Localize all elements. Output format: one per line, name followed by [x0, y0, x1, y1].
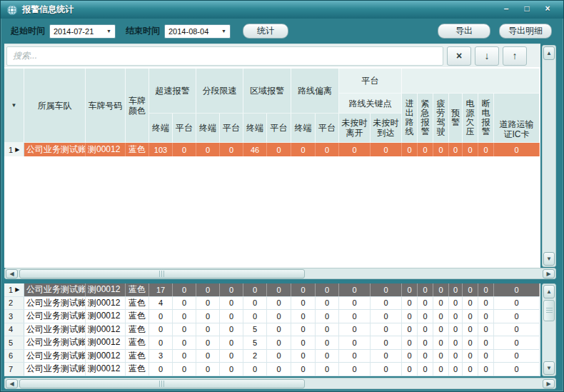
cell-value: 0 — [478, 363, 494, 376]
chevron-down-icon[interactable]: ▼ — [221, 29, 226, 34]
cell-value: 17 — [149, 283, 173, 296]
header-not-leave[interactable]: 未按时离开 — [339, 114, 371, 143]
cell-plate-color: 蓝色 — [126, 283, 149, 296]
scrollbar-thumb[interactable] — [543, 300, 555, 321]
header-platform[interactable]: 平台 — [173, 114, 196, 143]
cell-value: 5 — [243, 336, 267, 349]
cell-value: 0 — [371, 350, 402, 363]
header-platform[interactable]: 平台 — [220, 114, 243, 143]
clear-search-icon[interactable]: × — [447, 46, 471, 66]
cell-value: 0 — [449, 283, 463, 296]
table-row[interactable]: 1▶ 公司业务测试账号 测00012 蓝色 103000460000000000… — [4, 143, 540, 156]
scroll-up-icon[interactable]: ▲ — [543, 46, 555, 60]
scroll-right-icon[interactable]: ▶ — [543, 379, 555, 388]
cell-value: 0 — [291, 350, 316, 363]
header-terminal[interactable]: 终端 — [149, 114, 173, 143]
header-fatigue[interactable]: 疲劳驾驶 — [433, 94, 449, 143]
header-power-cut[interactable]: 断电报警 — [478, 94, 494, 143]
header-plate-color[interactable]: 车牌颜色 — [126, 69, 149, 143]
top-table-vertical-scrollbar[interactable]: ▲ ▼ — [542, 45, 556, 267]
header-ic-card[interactable]: 道路运输证IC卡 — [494, 94, 540, 143]
header-speeding-group[interactable]: 超速报警 — [149, 69, 196, 114]
detail-table-horizontal-scrollbar[interactable]: ◀ ▶ — [4, 378, 556, 389]
scrollbar-thumb[interactable] — [19, 269, 305, 278]
scroll-up-icon[interactable]: ▲ — [543, 285, 555, 298]
header-segment-limit-group[interactable]: 分段限速 — [196, 69, 243, 114]
header-fleet[interactable]: 所属车队 — [24, 69, 86, 143]
row-number-cell: 3 — [4, 310, 24, 323]
cell-plate-color: 蓝色 — [126, 350, 149, 363]
cell-value: 0 — [220, 143, 243, 156]
cell-value: 0 — [316, 350, 339, 363]
cell-value: 0 — [478, 283, 494, 296]
table-row[interactable]: 2 公司业务测试账号 测00012 蓝色 40000000000000000 — [4, 297, 540, 311]
header-route-deviation-group[interactable]: 路线偏离 — [291, 69, 339, 114]
scroll-left-icon[interactable]: ◀ — [6, 379, 18, 388]
filter-dropdown-icon[interactable]: ▼ — [11, 101, 17, 111]
header-pre-warning[interactable]: 预警 — [449, 94, 463, 143]
cell-value: 0 — [291, 283, 316, 296]
cell-value: 0 — [494, 350, 540, 363]
table-row[interactable]: 7 公司业务测试账号 测00012 蓝色 00000000000000000 — [4, 363, 540, 376]
top-table-horizontal-scrollbar[interactable]: ◀ ▶ — [4, 268, 556, 279]
scroll-down-icon[interactable]: ▼ — [543, 361, 555, 375]
detail-table-vertical-scrollbar[interactable]: ▲ ▼ — [542, 283, 556, 376]
header-terminal[interactable]: 终端 — [291, 114, 316, 143]
header-not-arrive[interactable]: 未按时到达 — [371, 114, 402, 143]
cell-value: 0 — [463, 336, 478, 349]
cell-value: 0 — [371, 143, 402, 156]
table-row[interactable]: 5 公司业务测试账号 测00012 蓝色 00005000000000000 — [4, 336, 540, 350]
cell-value: 0 — [402, 323, 418, 336]
search-strip: × ↓ ↑ — [4, 44, 540, 67]
cell-fleet: 公司业务测试账号 — [24, 143, 86, 156]
scroll-down-icon[interactable]: ▼ — [543, 252, 555, 266]
cell-value: 0 — [173, 297, 196, 310]
header-terminal[interactable]: 终端 — [243, 114, 267, 143]
start-date-field[interactable]: 2014-07-21 ▼ — [49, 24, 116, 39]
cell-value: 0 — [316, 143, 339, 156]
app-icon — [6, 4, 18, 16]
minimize-icon[interactable]: – — [500, 3, 512, 14]
header-platform[interactable]: 平台 — [267, 114, 291, 143]
table-row[interactable]: 4 公司业务测试账号 测00012 蓝色 00005000000000000 — [4, 323, 540, 337]
cell-plate: 测00012 — [86, 283, 126, 296]
chevron-down-icon[interactable]: ▼ — [106, 29, 111, 34]
header-empty-group — [402, 69, 540, 94]
summary-table-body: 1▶ 公司业务测试账号 测00012 蓝色 103000460000000000… — [4, 143, 540, 156]
header-in-out-route[interactable]: 进出路线 — [402, 94, 418, 143]
find-next-icon[interactable]: ↓ — [475, 46, 499, 66]
cell-value: 0 — [463, 363, 478, 376]
header-route-key-points[interactable]: 路线关键点 — [339, 94, 402, 114]
export-detail-button[interactable]: 导出明细 — [499, 24, 552, 39]
table-row[interactable]: 3 公司业务测试账号 测00012 蓝色 00000000000000000 — [4, 310, 540, 323]
find-prev-icon[interactable]: ↑ — [503, 46, 527, 66]
header-filter-cell[interactable]: ▼ — [4, 69, 24, 143]
table-row[interactable]: 1▶ 公司业务测试账号 测00012 蓝色 170000000000000000 — [4, 283, 540, 297]
scroll-right-icon[interactable]: ▶ — [543, 269, 555, 278]
scrollbar-thumb[interactable] — [19, 379, 305, 388]
row-number-cell: 6 — [4, 350, 24, 363]
close-icon[interactable]: × — [542, 3, 553, 14]
header-plate[interactable]: 车牌号码 — [86, 69, 126, 143]
cell-plate: 测00012 — [86, 336, 126, 349]
cell-value: 0 — [291, 297, 316, 310]
end-date-field[interactable]: 2014-08-04 ▼ — [164, 24, 231, 39]
cell-value: 0 — [494, 283, 540, 296]
statistics-button[interactable]: 统计 — [243, 24, 288, 39]
cell-value: 0 — [149, 323, 173, 336]
cell-value: 0 — [449, 310, 463, 323]
cell-value: 4 — [149, 297, 173, 310]
table-row[interactable]: 6 公司业务测试账号 测00012 蓝色 30002000000000000 — [4, 350, 540, 363]
maximize-icon[interactable]: □ — [521, 3, 533, 14]
header-emergency[interactable]: 紧急报警 — [418, 94, 433, 143]
header-platform-group[interactable]: 平台 — [339, 69, 402, 94]
export-button[interactable]: 导出 — [438, 24, 490, 39]
cell-value: 0 — [316, 363, 339, 376]
header-under-voltage[interactable]: 电源欠压 — [463, 94, 478, 143]
scroll-left-icon[interactable]: ◀ — [6, 269, 18, 278]
header-terminal[interactable]: 终端 — [196, 114, 220, 143]
search-input[interactable] — [6, 46, 443, 66]
header-platform[interactable]: 平台 — [316, 114, 339, 143]
header-area-alarm-group[interactable]: 区域报警 — [243, 69, 291, 114]
cell-value: 0 — [402, 350, 418, 363]
